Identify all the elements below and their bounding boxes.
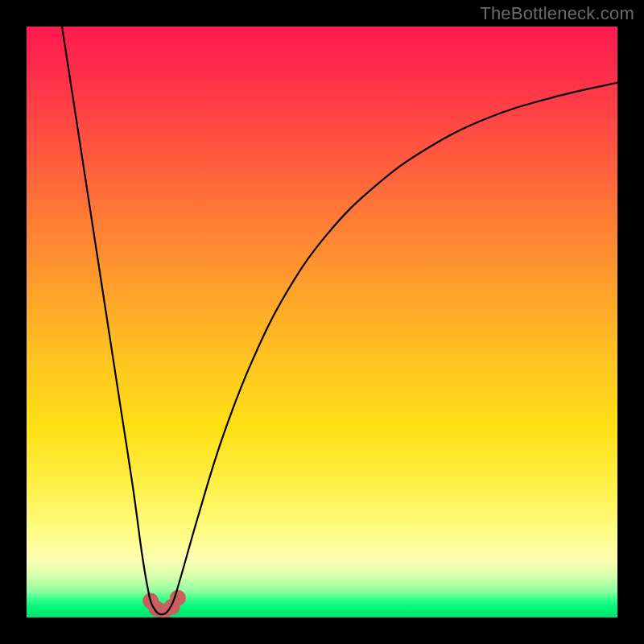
watermark-text: TheBottleneck.com xyxy=(480,3,634,24)
plot-area xyxy=(27,27,617,617)
chart-frame: TheBottleneck.com xyxy=(0,0,644,644)
curve-svg xyxy=(27,27,617,617)
bottleneck-curve xyxy=(62,27,617,614)
